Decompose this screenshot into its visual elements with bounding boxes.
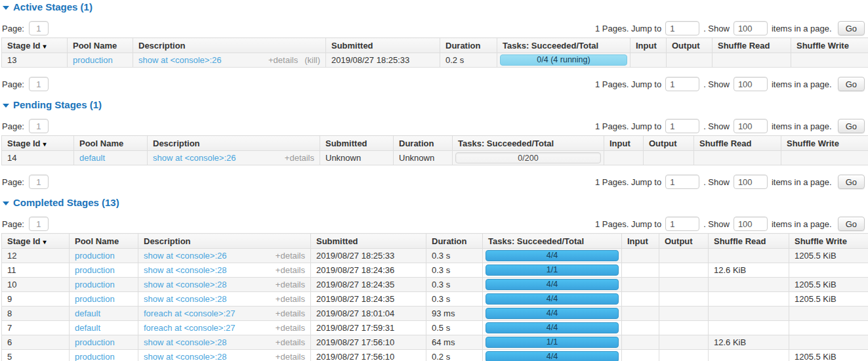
- details-link[interactable]: +details: [276, 308, 305, 318]
- column-header[interactable]: Duration: [440, 38, 497, 53]
- column-header[interactable]: Shuffle Write: [781, 136, 868, 151]
- details-link[interactable]: +details: [276, 265, 305, 275]
- pool-name-link[interactable]: default: [75, 308, 100, 318]
- column-header[interactable]: Pool Name: [74, 136, 148, 151]
- column-header[interactable]: Duration: [394, 136, 453, 151]
- cell-description: show at <console>:28+details: [138, 350, 311, 361]
- pool-name-link[interactable]: production: [75, 280, 115, 289]
- description-link[interactable]: show at <console>:28: [144, 293, 226, 305]
- column-header[interactable]: Input: [622, 234, 659, 249]
- show-count-input[interactable]: [734, 21, 768, 35]
- details-link[interactable]: +details: [276, 251, 305, 261]
- section-title-label: Completed Stages (13): [13, 197, 119, 208]
- cell-tasks-progress: 1/1: [483, 335, 622, 350]
- column-header[interactable]: Tasks: Succeeded/Total: [453, 136, 604, 151]
- stage-section-active: Active Stages (1) Page: 1 Pages. Jump to…: [1, 1, 867, 91]
- cell-shuffle-write: 1205.5 KiB: [789, 249, 868, 263]
- column-header[interactable]: Shuffle Read: [713, 38, 791, 53]
- column-header[interactable]: Submitted: [311, 234, 426, 249]
- pool-name-link[interactable]: production: [75, 251, 115, 261]
- column-header[interactable]: Duration: [426, 234, 483, 249]
- show-count-input[interactable]: [734, 77, 768, 91]
- column-header[interactable]: Pool Name: [68, 38, 133, 53]
- jump-to-input[interactable]: [665, 217, 699, 231]
- column-header[interactable]: Submitted: [320, 136, 394, 151]
- pool-name-link[interactable]: production: [75, 352, 115, 361]
- column-header[interactable]: Output: [667, 38, 713, 53]
- pool-name-link[interactable]: production: [75, 294, 115, 304]
- column-header[interactable]: Submitted: [326, 38, 440, 53]
- jump-to-input[interactable]: [665, 175, 699, 189]
- stage-row: 5productionshow at <console>:28+details2…: [2, 350, 868, 361]
- jump-to-input[interactable]: [665, 77, 699, 91]
- column-header[interactable]: Shuffle Write: [791, 38, 868, 53]
- column-header[interactable]: Tasks: Succeeded/Total: [483, 234, 622, 249]
- details-link[interactable]: +details: [276, 337, 305, 347]
- page-number-input[interactable]: [29, 119, 49, 133]
- description-link[interactable]: show at <console>:26: [153, 152, 236, 163]
- cell-shuffle-write: 1205.5 KiB: [789, 350, 868, 361]
- page-number-input[interactable]: [29, 175, 49, 189]
- stage-row: 9productionshow at <console>:28+details2…: [2, 292, 868, 307]
- jump-to-input[interactable]: [665, 119, 699, 133]
- details-link[interactable]: +details: [276, 294, 305, 304]
- column-header[interactable]: Stage Id▾: [2, 38, 68, 53]
- go-button[interactable]: Go: [838, 217, 865, 231]
- details-link[interactable]: +details: [276, 280, 305, 289]
- cell-pool-name: production: [70, 335, 138, 350]
- jump-to-input[interactable]: [665, 21, 699, 35]
- column-header[interactable]: Shuffle Read: [709, 234, 789, 249]
- section-title[interactable]: Active Stages (1): [2, 1, 867, 12]
- column-header[interactable]: Input: [604, 136, 644, 151]
- description-link[interactable]: show at <console>:26: [144, 250, 226, 261]
- pool-name-link[interactable]: production: [75, 337, 115, 347]
- show-count-input[interactable]: [734, 175, 768, 189]
- description-link[interactable]: foreach at <console>:27: [144, 322, 236, 333]
- column-header[interactable]: Description: [138, 234, 311, 249]
- column-header[interactable]: Output: [659, 234, 709, 249]
- pagination-controls: 1 Pages. Jump to . Show items in a page.…: [595, 119, 865, 133]
- page-selector: Page:: [2, 175, 49, 189]
- pool-name-link[interactable]: production: [75, 265, 115, 275]
- details-link[interactable]: +details: [268, 55, 298, 65]
- page-label: Page:: [2, 177, 24, 187]
- details-link[interactable]: +details: [276, 352, 305, 361]
- description-link[interactable]: show at <console>:28: [144, 337, 226, 348]
- column-header[interactable]: Output: [644, 136, 694, 151]
- cell-stage-id: 12: [2, 249, 70, 263]
- section-title[interactable]: Completed Stages (13): [2, 197, 867, 208]
- page-number-input[interactable]: [29, 21, 49, 35]
- column-header[interactable]: Tasks: Succeeded/Total: [497, 38, 630, 53]
- go-button[interactable]: Go: [838, 77, 865, 91]
- column-header[interactable]: Stage Id▾: [2, 234, 70, 249]
- column-header[interactable]: Stage Id▾: [2, 136, 74, 151]
- cell-tasks-progress: 4/4: [483, 292, 622, 307]
- description-link[interactable]: foreach at <console>:27: [144, 308, 236, 319]
- show-count-input[interactable]: [734, 217, 768, 231]
- details-link[interactable]: +details: [276, 323, 305, 333]
- column-header[interactable]: Input: [630, 38, 667, 53]
- page-number-input[interactable]: [29, 217, 49, 231]
- pool-name-link[interactable]: default: [75, 323, 100, 333]
- column-header[interactable]: Shuffle Write: [789, 234, 868, 249]
- description-link[interactable]: show at <console>:28: [144, 265, 226, 276]
- description-link[interactable]: show at <console>:28: [144, 279, 226, 290]
- column-header[interactable]: Pool Name: [70, 234, 138, 249]
- column-header[interactable]: Description: [133, 38, 326, 53]
- column-header[interactable]: Description: [148, 136, 320, 151]
- section-title[interactable]: Pending Stages (1): [2, 99, 867, 110]
- show-count-input[interactable]: [734, 119, 768, 133]
- go-button[interactable]: Go: [838, 175, 865, 189]
- cell-pool-name: production: [70, 278, 138, 292]
- go-button[interactable]: Go: [838, 21, 865, 35]
- pool-name-link[interactable]: default: [79, 153, 105, 163]
- pool-name-link[interactable]: production: [73, 55, 113, 65]
- description-link[interactable]: show at <console>:28: [144, 351, 226, 361]
- column-header[interactable]: Shuffle Read: [694, 136, 781, 151]
- cell-shuffle-write: [789, 263, 868, 278]
- description-link[interactable]: show at <console>:26: [138, 54, 221, 66]
- details-link[interactable]: +details: [285, 153, 314, 163]
- kill-link[interactable]: (kill): [304, 55, 320, 65]
- go-button[interactable]: Go: [838, 119, 865, 133]
- page-number-input[interactable]: [29, 77, 49, 91]
